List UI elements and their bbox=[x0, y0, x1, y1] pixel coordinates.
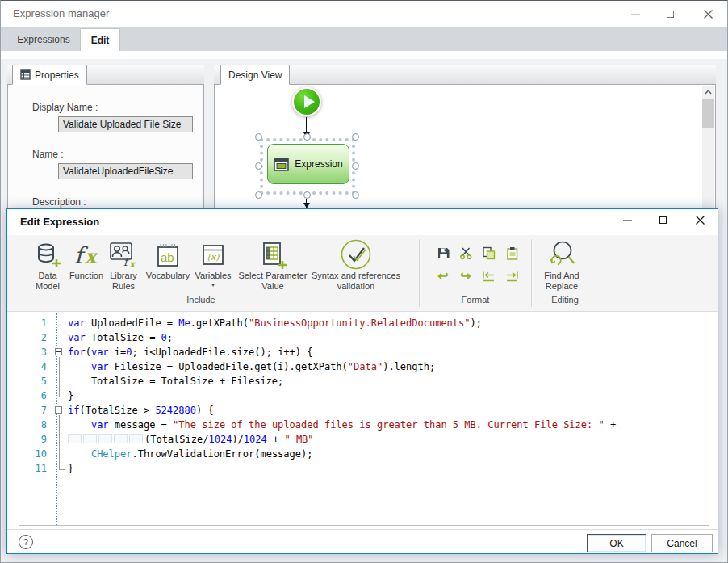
vocabulary-button[interactable]: ab Vocabulary bbox=[142, 240, 194, 281]
ok-button[interactable]: OK bbox=[587, 534, 646, 552]
code-text: if(TotalSize > 5242880) { bbox=[68, 403, 214, 418]
find-and-replace-icon bbox=[537, 240, 587, 271]
selection-handle[interactable] bbox=[255, 162, 262, 170]
dialog-close-button[interactable] bbox=[682, 207, 718, 233]
design-view-tab-label: Design View bbox=[228, 69, 282, 81]
properties-tab[interactable]: Properties bbox=[12, 65, 87, 85]
scroll-up-button[interactable] bbox=[702, 86, 714, 99]
code-line[interactable]: 11} bbox=[19, 461, 709, 476]
toolbar-separator bbox=[419, 239, 420, 307]
maximize-button[interactable] bbox=[652, 1, 688, 27]
selection-handle[interactable] bbox=[255, 133, 262, 141]
library-rules-button[interactable]: f x Library Rules bbox=[105, 240, 142, 292]
vocabulary-icon: ab bbox=[142, 240, 194, 271]
selection-handle[interactable] bbox=[303, 133, 311, 141]
library-rules-icon: f x bbox=[105, 240, 142, 271]
line-number: 2 bbox=[19, 330, 53, 345]
code-line[interactable]: 7if(TotalSize > 5242880) { bbox=[19, 403, 709, 418]
selection-handle[interactable] bbox=[352, 191, 359, 199]
data-model-button[interactable]: Data Model bbox=[29, 240, 66, 292]
edit-expression-dialog: Edit Expression Data Model bbox=[6, 208, 718, 554]
select-parameter-value-button[interactable]: Select Parameter Value bbox=[232, 240, 313, 292]
name-input[interactable] bbox=[58, 163, 193, 179]
code-line[interactable]: 4 var Filesize = UploadedFile.get(i).get… bbox=[19, 359, 709, 374]
paste-button[interactable] bbox=[504, 246, 519, 260]
cut-button[interactable] bbox=[458, 246, 473, 260]
help-button[interactable]: ? bbox=[19, 535, 33, 549]
select-parameter-value-icon bbox=[232, 240, 313, 271]
code-text: } bbox=[68, 461, 73, 476]
code-line[interactable]: 9(TotalSize/1024)/1024 + " MB" bbox=[19, 432, 709, 447]
selection-handle[interactable] bbox=[352, 133, 359, 141]
code-line[interactable]: 8 var message = "The size of the uploade… bbox=[19, 418, 709, 432]
code-editor[interactable]: 1var UploadedFile = Me.getXPath("Busines… bbox=[19, 313, 709, 526]
fold-guide bbox=[53, 359, 68, 374]
description-label: Description : bbox=[32, 196, 86, 208]
start-event-icon[interactable] bbox=[292, 87, 321, 116]
line-number: 6 bbox=[19, 389, 53, 403]
code-line[interactable]: 5 TotalSize = TotalSize + Filesize; bbox=[19, 374, 709, 389]
dialog-minimize-button[interactable] bbox=[609, 207, 645, 233]
code-line[interactable]: 2var TotalSize = 0; bbox=[19, 330, 709, 345]
help-icon: ? bbox=[23, 537, 28, 547]
line-number: 7 bbox=[19, 403, 53, 418]
redo-button[interactable]: ↪ bbox=[458, 269, 473, 284]
fold-toggle[interactable] bbox=[53, 345, 68, 359]
dialog-toolbar: Data Model f x Function bbox=[7, 235, 718, 312]
display-name-input[interactable] bbox=[58, 116, 193, 132]
function-icon: f x bbox=[67, 240, 106, 271]
flow-arrowhead-2 bbox=[303, 203, 310, 208]
design-view-scrollbar[interactable] bbox=[702, 86, 714, 208]
find-and-replace-button[interactable]: Find And Replace bbox=[537, 240, 587, 292]
svg-text:x: x bbox=[85, 245, 99, 268]
function-button[interactable]: f x Function bbox=[67, 240, 106, 281]
selection-handle[interactable] bbox=[255, 191, 262, 199]
collapse-icon[interactable] bbox=[55, 406, 62, 414]
code-editor-lines: 1var UploadedFile = Me.getXPath("Busines… bbox=[19, 316, 709, 476]
tab-edit[interactable]: Edit bbox=[80, 28, 120, 51]
copy-button[interactable] bbox=[481, 246, 496, 260]
syntax-validation-label: Syntax and references validation bbox=[312, 271, 400, 291]
maximize-icon bbox=[659, 216, 667, 224]
line-number: 1 bbox=[19, 316, 53, 330]
data-model-label: Data Model bbox=[36, 271, 60, 291]
code-text: var message = "The size of the uploaded … bbox=[68, 418, 616, 432]
line-number: 10 bbox=[19, 447, 53, 461]
close-icon bbox=[696, 216, 705, 225]
copy-icon bbox=[482, 246, 496, 260]
scrollbar-thumb[interactable] bbox=[702, 99, 714, 128]
increase-indent-button[interactable] bbox=[504, 269, 519, 284]
dialog-maximize-button[interactable] bbox=[645, 207, 680, 233]
expression-node[interactable]: Expression bbox=[267, 144, 349, 184]
variables-button[interactable]: (x) Variables ▾ bbox=[190, 240, 236, 288]
undo-button[interactable]: ↩ bbox=[436, 269, 450, 284]
collapse-icon[interactable] bbox=[55, 348, 62, 355]
save-button[interactable] bbox=[436, 246, 450, 260]
svg-text:ab: ab bbox=[161, 250, 174, 264]
whitespace-box bbox=[83, 434, 97, 443]
code-line[interactable]: 6} bbox=[19, 389, 709, 403]
line-number: 11 bbox=[19, 461, 53, 476]
tab-expressions[interactable]: Expressions bbox=[7, 28, 80, 51]
code-line[interactable]: 3for(var i=0; i<UploadedFile.size(); i++… bbox=[19, 345, 709, 359]
design-view-tab[interactable]: Design View bbox=[220, 65, 290, 85]
syntax-validation-button[interactable]: Syntax and references validation bbox=[303, 240, 408, 292]
maximize-icon bbox=[667, 11, 674, 18]
toolbar-separator bbox=[531, 239, 532, 307]
library-rules-label: Library Rules bbox=[110, 271, 137, 291]
fold-guide bbox=[53, 461, 68, 476]
code-line[interactable]: 1var UploadedFile = Me.getXPath("Busines… bbox=[19, 316, 709, 330]
display-name-label: Display Name : bbox=[32, 102, 98, 113]
line-number: 8 bbox=[19, 418, 53, 432]
fold-toggle[interactable] bbox=[53, 403, 68, 418]
cancel-button[interactable]: Cancel bbox=[651, 534, 713, 552]
decrease-indent-button[interactable] bbox=[481, 269, 496, 284]
save-icon bbox=[437, 246, 450, 260]
design-canvas[interactable]: Expression bbox=[215, 85, 715, 208]
close-button[interactable] bbox=[690, 1, 726, 27]
code-text: (TotalSize/1024)/1024 + " MB" bbox=[68, 432, 314, 447]
code-line[interactable]: 10 CHelper.ThrowValidationError(message)… bbox=[19, 447, 709, 461]
selection-handle[interactable] bbox=[303, 191, 311, 199]
selection-handle[interactable] bbox=[352, 162, 359, 170]
minimize-button[interactable] bbox=[617, 1, 653, 27]
